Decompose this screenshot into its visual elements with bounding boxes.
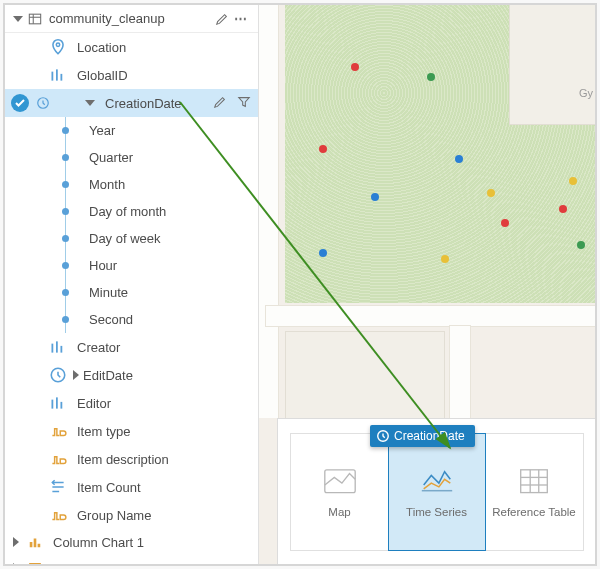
map-point <box>455 155 463 163</box>
drop-option-timeseries[interactable]: Time Series <box>388 433 486 551</box>
collapse-icon[interactable] <box>13 16 23 22</box>
subfield-year[interactable]: Year <box>5 117 258 144</box>
map-canvas[interactable]: Gy CreationDate Map <box>259 5 595 564</box>
map-point <box>569 177 577 185</box>
expand-icon[interactable] <box>13 563 19 564</box>
field-editor[interactable]: Editor <box>5 389 258 417</box>
map-point <box>351 63 359 71</box>
subfield-month[interactable]: Month <box>5 171 258 198</box>
filter-icon[interactable] <box>236 94 252 110</box>
svg-rect-15 <box>30 542 33 547</box>
map-icon <box>321 466 359 498</box>
map-point <box>501 219 509 227</box>
drop-option-reftable[interactable]: Reference Table <box>485 434 583 550</box>
map-point <box>371 193 379 201</box>
map-label: Gy <box>579 87 593 99</box>
map-point <box>441 255 449 263</box>
data-panel: community_cleanup ⋯ Location GlobalID <box>5 5 259 564</box>
text-icon <box>49 450 67 468</box>
subfield-quarter[interactable]: Quarter <box>5 144 258 171</box>
check-icon <box>11 94 29 112</box>
svg-rect-17 <box>38 544 41 548</box>
drop-zone[interactable]: CreationDate Map Time Series Reference T… <box>277 418 595 564</box>
map-point <box>427 73 435 81</box>
string-icon <box>49 394 67 412</box>
location-icon <box>49 38 67 56</box>
expand-icon[interactable] <box>13 537 19 547</box>
text-icon <box>49 422 67 440</box>
subfield-second[interactable]: Second <box>5 306 258 333</box>
svg-rect-22 <box>521 470 548 493</box>
chart-item-column[interactable]: Column Chart 1 <box>5 529 258 555</box>
clock-icon <box>49 366 67 384</box>
column-chart-icon <box>27 534 43 550</box>
subfield-hour[interactable]: Hour <box>5 252 258 279</box>
map-point <box>319 249 327 257</box>
table-icon <box>27 11 43 27</box>
field-itemcount[interactable]: Item Count <box>5 473 258 501</box>
pencil-icon[interactable] <box>212 94 228 110</box>
svg-point-3 <box>56 43 59 46</box>
pencil-icon[interactable] <box>214 11 230 27</box>
timeseries-icon <box>418 466 456 498</box>
text-icon <box>49 506 67 524</box>
field-creationdate[interactable]: CreationDate <box>5 89 258 117</box>
field-groupname[interactable]: Group Name <box>5 501 258 529</box>
subfield-dayofweek[interactable]: Day of week <box>5 225 258 252</box>
string-icon <box>49 66 67 84</box>
svg-rect-16 <box>34 539 37 548</box>
clock-icon <box>35 95 51 111</box>
field-globalid[interactable]: GlobalID <box>5 61 258 89</box>
field-itemdesc[interactable]: Item description <box>5 445 258 473</box>
chart-item-kpi[interactable]: 12 KPI 1 <box>5 555 258 564</box>
layer-header[interactable]: community_cleanup ⋯ <box>5 5 258 33</box>
kpi-icon: 12 <box>27 560 43 564</box>
expand-icon[interactable] <box>85 100 95 106</box>
svg-rect-0 <box>29 14 40 24</box>
field-editdate[interactable]: EditDate <box>5 361 258 389</box>
clock-icon <box>376 429 390 443</box>
drag-badge: CreationDate <box>370 425 475 447</box>
field-creator[interactable]: Creator <box>5 333 258 361</box>
subfield-minute[interactable]: Minute <box>5 279 258 306</box>
number-icon <box>49 478 67 496</box>
expand-icon[interactable] <box>73 370 79 380</box>
map-point <box>487 189 495 197</box>
table-icon <box>515 466 553 498</box>
layer-title: community_cleanup <box>43 11 214 26</box>
string-icon <box>49 338 67 356</box>
field-itemtype[interactable]: Item type <box>5 417 258 445</box>
drop-option-map[interactable]: Map <box>291 434 389 550</box>
map-point <box>577 241 585 249</box>
map-point <box>319 145 327 153</box>
subfield-dayofmonth[interactable]: Day of month <box>5 198 258 225</box>
field-location[interactable]: Location <box>5 33 258 61</box>
map-point <box>559 205 567 213</box>
more-icon[interactable]: ⋯ <box>230 11 252 26</box>
